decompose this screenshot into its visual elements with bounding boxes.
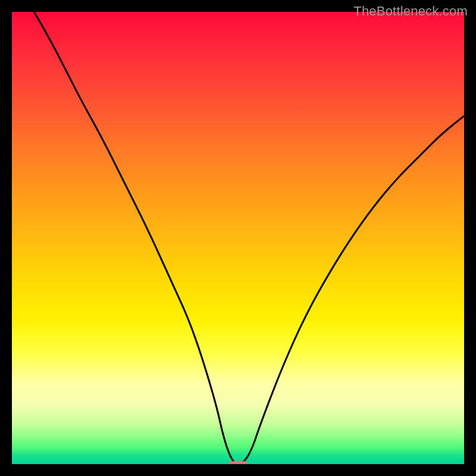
bottleneck-curve <box>12 12 464 464</box>
chart-frame: TheBottleneck.com <box>0 0 476 476</box>
watermark-text: TheBottleneck.com <box>353 4 468 19</box>
plot-area <box>12 12 464 464</box>
optimal-marker <box>228 461 248 464</box>
